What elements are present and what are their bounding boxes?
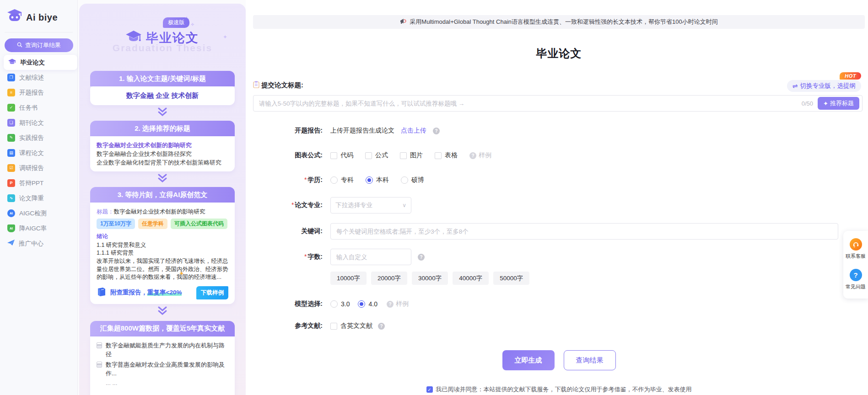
chart-formula-row: 图表公式: 代码 公式 图片 表格 ? 样例: [253, 151, 865, 160]
chevron-down-icon: [79, 306, 246, 317]
preset-20000[interactable]: 20000字: [371, 272, 407, 285]
sidebar-item-aigc-reduce[interactable]: AI 降AIGC率: [0, 221, 77, 236]
sidebar-item-proposal-report[interactable]: ≡ 开题报告: [0, 85, 77, 100]
recommended-title[interactable]: 数字金融融合企业技术创新路径探究: [97, 149, 228, 158]
ellipsis-text: ... ...: [106, 379, 228, 386]
proposal-hint: 上传开题报告生成论文: [330, 127, 394, 135]
proposal-row: 开题报告: 上传开题报告生成论文 点击上传 ?: [253, 127, 865, 135]
checkbox-formula[interactable]: [365, 152, 372, 159]
sparkle-icon: ✦: [823, 100, 828, 107]
divider: [5, 32, 73, 32]
upload-link[interactable]: 点击上传: [401, 127, 426, 135]
sidebar-item-defense-ppt[interactable]: P 答辩PPT: [0, 176, 77, 191]
help-icon[interactable]: ?: [387, 301, 394, 308]
sidebar-item-literature-review[interactable]: ❐ 文献综述: [0, 70, 77, 85]
query-result-button[interactable]: 查询结果: [564, 350, 616, 370]
checkbox-table[interactable]: [435, 152, 442, 159]
help-icon[interactable]: ?: [433, 128, 440, 134]
help-icon[interactable]: ?: [418, 254, 425, 261]
app-logo[interactable]: Ai biye: [0, 0, 77, 32]
word-count-input[interactable]: [330, 249, 411, 265]
survey-report-icon: ☑: [7, 164, 15, 172]
checkbox-english-refs[interactable]: [330, 323, 337, 330]
question-icon: ?: [850, 269, 862, 281]
keywords-input[interactable]: [330, 223, 838, 240]
sidebar: Ai biye 查询订单结果 毕业论文 ❐ 文献综述 ≡ 开题报告: [0, 0, 78, 395]
plagiarism-report-note: 附查重报告，重复率<20%: [110, 288, 182, 297]
course-paper-icon: ▤: [7, 149, 15, 157]
megaphone-icon: [400, 18, 406, 26]
chevron-down-icon: [79, 107, 246, 118]
generate-button[interactable]: 立即生成: [502, 350, 555, 370]
document-icon: [97, 342, 102, 348]
document-icon: [97, 362, 102, 368]
promo-panel: ✦ ✧ ✦ ✦ 极速版 毕业论文 Graduation Thesis 1. 输入…: [79, 4, 246, 395]
sidebar-item-course-paper[interactable]: ▤ 课程论文: [0, 145, 77, 160]
preset-30000[interactable]: 30000字: [412, 272, 448, 285]
sidebar-item-graduation-thesis[interactable]: 毕业论文: [4, 55, 77, 70]
step3-header: 3. 等待片刻，立得AI原创范文: [90, 187, 235, 203]
agreement-text: 我已阅读并同意：本站提供的文献下载服务，下载的论文仅用于参考借鉴，不作为毕业、发…: [436, 385, 692, 394]
headset-icon: [850, 238, 862, 251]
thesis-title-input[interactable]: [253, 95, 863, 112]
agreement-checkbox[interactable]: ✓: [426, 386, 433, 393]
logo-cap-robot-icon: [6, 9, 23, 26]
download-sample-button[interactable]: 下载样例: [196, 286, 228, 299]
data-banner-header: 汇集超800W篇数据，覆盖近5年真实文献: [90, 321, 235, 336]
contact-support-button[interactable]: 联系客服: [846, 238, 866, 260]
submit-title-section-label: 提交论文标题:: [253, 81, 865, 90]
help-icon[interactable]: ?: [469, 152, 476, 159]
sidebar-item-survey-report[interactable]: ☑ 调研报告: [0, 160, 77, 176]
recommended-title[interactable]: 数字金融对企业技术创新的影响研究: [97, 141, 228, 149]
preset-10000[interactable]: 10000字: [330, 272, 367, 285]
step1-header: 1. 输入论文主题/关键词/标题: [90, 71, 235, 86]
aigc-detect-icon: AI: [7, 209, 15, 217]
checkbox-code[interactable]: [330, 152, 337, 159]
outline-line: 1.1 研究背景和意义: [97, 241, 228, 249]
paper-plane-icon: [7, 240, 15, 247]
radio-model-3[interactable]: [330, 300, 338, 308]
sidebar-item-plagiarism-reduce[interactable]: ∿ 论文降重: [0, 191, 77, 206]
sidebar-menu: 毕业论文 ❐ 文献综述 ≡ 开题报告 ✓ 任务书 ❏ 期刊论文 ✎ 实践报告 ▤…: [0, 55, 77, 251]
data-banner-card: 数字金融赋能新质生产力发展的内在机制与路径 数字普惠金融对农业企业高质量发展的影…: [90, 336, 235, 395]
preset-40000[interactable]: 40000字: [453, 272, 489, 285]
help-icon[interactable]: ?: [378, 323, 385, 330]
practice-report-icon: ✎: [7, 134, 15, 142]
plagiarism-reduce-icon: ∿: [7, 194, 15, 202]
thesis-form: HOT ⇌ 切换专业版，选提纲 提交论文标题: 0/50 ✦ 推荐标题: [253, 81, 865, 394]
chevron-down-icon: ∨: [402, 202, 406, 208]
main-content: 采用Multimodal+Global Thought Chain语言模型生成连…: [246, 0, 868, 395]
major-select[interactable]: 下拉选择专业 ∨: [330, 197, 411, 214]
sidebar-item-aigc-detect[interactable]: AI AIGC检测: [0, 206, 77, 221]
feature-tag: 任意学科: [138, 219, 167, 229]
sidebar-item-journal-paper[interactable]: ❏ 期刊论文: [0, 115, 77, 130]
degree-row: *学历: 专科 本科 硕博: [253, 176, 865, 184]
word-count-row: *字数: ?: [253, 249, 865, 265]
radio-degree-bachelor[interactable]: [366, 176, 373, 184]
journal-paper-icon: ❏: [7, 119, 15, 127]
feature-tag: 可插入公式图表代码: [171, 219, 227, 229]
sample-title-value: 数字金融对企业技术创新的影响研究: [114, 208, 205, 215]
switch-pro-version-link[interactable]: ⇌ 切换专业版，选提纲: [787, 80, 861, 92]
sample-link[interactable]: 样例: [396, 300, 409, 308]
sidebar-item-task-book[interactable]: ✓ 任务书: [0, 100, 77, 115]
sample-link[interactable]: 样例: [479, 151, 491, 160]
order-query-button[interactable]: 查询订单结果: [5, 38, 73, 52]
sidebar-item-practice-report[interactable]: ✎ 实践报告: [0, 130, 77, 145]
sidebar-item-promotion-center[interactable]: 推广中心: [0, 236, 77, 251]
task-book-icon: ✓: [7, 104, 15, 112]
clipboard-icon: [253, 81, 259, 90]
char-counter: 0/50: [802, 100, 813, 107]
search-icon: [17, 42, 22, 49]
step3-sample-paper: 标题：数字金融对企业技术创新的影响研究 1万至10万字 任意学科 可插入公式图表…: [90, 203, 235, 304]
radio-degree-associate[interactable]: [330, 176, 338, 184]
preset-50000[interactable]: 50000字: [493, 272, 529, 285]
radio-degree-master[interactable]: [401, 176, 408, 184]
literature-item: 数字金融赋能新质生产力发展的内在机制与路径: [97, 341, 228, 358]
checkbox-image[interactable]: [400, 152, 407, 159]
promo-watermark: Graduation Thesis: [79, 43, 246, 53]
faq-button[interactable]: ? 常见问题: [846, 269, 866, 290]
recommend-title-button[interactable]: ✦ 推荐标题: [818, 97, 859, 110]
recommended-title[interactable]: 企业数字金融化转型背景下的技术创新策略研究: [97, 158, 228, 167]
radio-model-4[interactable]: [358, 300, 365, 308]
